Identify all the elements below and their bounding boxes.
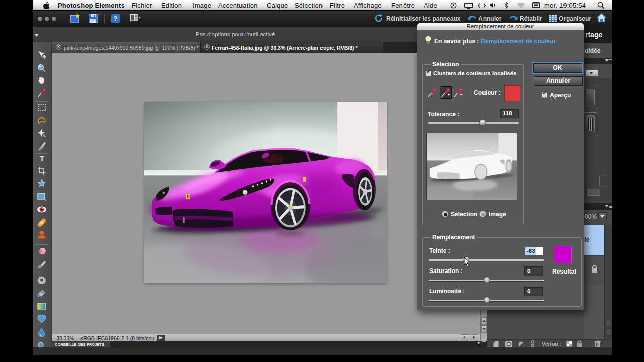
svg-text:T: T (40, 154, 44, 162)
svg-text:?: ? (114, 15, 117, 22)
